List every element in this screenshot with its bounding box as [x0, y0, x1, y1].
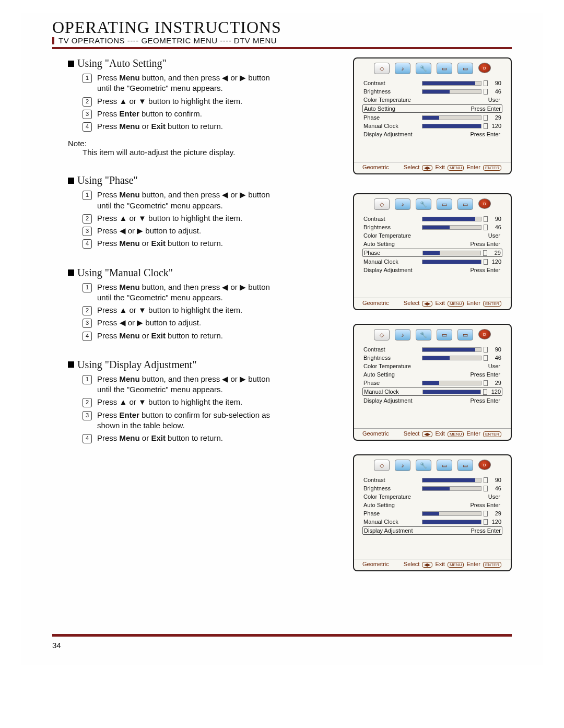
osd-row-value: User — [422, 97, 500, 103]
osd-row-label: Phase — [363, 510, 422, 516]
step-list: 1Press Menu button, and then press ◀ or … — [83, 190, 276, 249]
bullet-square-icon — [68, 361, 74, 368]
osd-bar — [422, 478, 481, 483]
osd-body: Contrast90Brightness46Color TemperatureU… — [354, 345, 511, 428]
osd-bar-wrap: 29 — [422, 114, 501, 121]
osd-tab: ▭ — [457, 63, 473, 74]
osd-bar-wrap: 120 — [422, 519, 501, 525]
step-text: Press Menu button, and then press ◀ or ▶… — [97, 374, 276, 395]
header: OPERATING INSTRUCTIONS TV OPERATIONS ---… — [52, 18, 512, 45]
footer-rule — [52, 634, 512, 637]
page-number: 34 — [52, 641, 543, 650]
osd-bar-wrap: 90 — [422, 346, 501, 353]
breadcrumb: TV OPERATIONS ---- GEOMETRIC MENU ---- D… — [58, 36, 277, 45]
osd-bar-handle — [484, 355, 488, 361]
osd-row-value: User — [422, 232, 500, 239]
osd-footer: GeometricSelect ◀▶ Exit MENU Enter ENTER — [354, 428, 511, 440]
osd-row: Auto SettingPress Enter — [362, 371, 502, 378]
osd-tabs: ◇♪🔧▭▭D — [354, 58, 511, 78]
osd-row-label: Brightness — [363, 355, 422, 361]
osd-footer-hints: Select ◀▶ Exit MENU Enter ENTER — [404, 430, 502, 437]
step-number: 1 — [83, 375, 92, 384]
osd-bar-handle — [484, 347, 488, 353]
osd-row: Manual Clock120 — [362, 122, 502, 130]
section-title: Using "Phase" — [77, 174, 138, 186]
note-block: Note:This item will auto-adjust the pict… — [68, 139, 266, 157]
osd-row-label: Brightness — [363, 88, 422, 95]
osd-row-value: Press Enter — [422, 241, 500, 247]
step-item: 3Press Enter button to confirm for sub-s… — [83, 410, 276, 431]
step-item: 4Press Menu or Exit button to return. — [83, 121, 276, 132]
step-item: 2Press ▲ or ▼ button to highlight the it… — [83, 397, 276, 407]
osd-tab: ▭ — [457, 198, 473, 210]
osd-row-value: 90 — [490, 346, 501, 353]
osd-row: Manual Clock120 — [362, 518, 502, 525]
step-number: 1 — [83, 74, 92, 83]
dtv-badge-icon: D — [478, 198, 491, 209]
osd-row-label: Auto Setting — [364, 105, 422, 112]
osd-tab: ▭ — [457, 329, 473, 340]
osd-bar-handle — [483, 250, 487, 256]
osd-row-value: Press Enter — [422, 131, 500, 137]
osd-bar — [422, 520, 481, 524]
osd-bar-wrap: 90 — [422, 477, 501, 483]
osd-bar-handle — [484, 89, 488, 95]
step-item: 2Press ▲ or ▼ button to highlight the it… — [83, 96, 276, 107]
osd-row-label: Display Adjustment — [364, 527, 422, 534]
osd-row: Display AdjustmentPress Enter — [362, 526, 502, 535]
osd-row-label: Display Adjustment — [363, 267, 422, 273]
step-number: 4 — [83, 239, 92, 249]
osd-row-label: Auto Setting — [363, 241, 422, 247]
osd-bar-wrap: 120 — [422, 123, 501, 129]
osd-row: Contrast90 — [362, 346, 502, 353]
osd-tab: 🔧 — [416, 63, 431, 74]
osd-bar-wrap: 120 — [422, 259, 501, 265]
osd-row-label: Color Temperature — [363, 494, 422, 500]
osd-footer-hints: Select ◀▶ Exit MENU Enter ENTER — [404, 300, 502, 306]
osd-row-value: 46 — [490, 485, 501, 491]
step-text: Press ▲ or ▼ button to highlight the ite… — [97, 397, 242, 407]
osd-tab: ▭ — [437, 63, 452, 74]
content: Using "Auto Setting"1Press Menu button, … — [68, 57, 512, 621]
osd-row: Auto SettingPress Enter — [362, 501, 502, 509]
osd-bar-wrap: 90 — [422, 216, 501, 222]
osd-row-label: Brightness — [363, 485, 422, 491]
osd-tab: ▭ — [437, 460, 452, 471]
step-item: 4Press Menu or Exit button to return. — [83, 433, 276, 443]
osd-row-value: Press Enter — [422, 105, 501, 112]
osd-row-label: Auto Setting — [363, 371, 422, 378]
step-number: 1 — [83, 191, 92, 200]
osd-row-label: Contrast — [363, 346, 422, 353]
osd-row: Manual Clock120 — [362, 388, 502, 396]
osd-bar-wrap: 120 — [422, 389, 501, 395]
step-number: 1 — [83, 283, 92, 292]
osd-row-value: 90 — [490, 477, 501, 483]
step-text: Press ◀ or ▶ button to adjust. — [97, 226, 201, 236]
osd-row-value: Press Enter — [422, 502, 500, 508]
osd-row: Display AdjustmentPress Enter — [362, 266, 502, 274]
step-number: 2 — [83, 306, 92, 315]
osd-row: Color TemperatureUser — [362, 362, 502, 370]
osd-bar-handle — [484, 380, 488, 386]
osd-tab: ♪ — [395, 460, 410, 471]
step-number: 4 — [83, 434, 92, 443]
osd-bar-wrap: 46 — [422, 88, 501, 95]
step-item: 4Press Menu or Exit button to return. — [83, 238, 276, 249]
osd-row-label: Auto Setting — [363, 502, 422, 508]
osd-row-value: User — [422, 494, 500, 500]
osd-row-value: 29 — [490, 510, 501, 516]
osd-row-label: Manual Clock — [363, 519, 422, 525]
step-list: 1Press Menu button, and then press ◀ or … — [83, 374, 276, 444]
osd-row: Color TemperatureUser — [362, 96, 502, 103]
osd-tab: 🔧 — [416, 198, 431, 210]
note-label: Note: — [68, 139, 266, 148]
osd-row-label: Brightness — [363, 224, 422, 230]
osd-tab: ◇ — [374, 329, 390, 340]
osd-bar — [422, 390, 481, 394]
section-heading: Using "Phase" — [68, 174, 512, 186]
osd-bar-handle — [484, 486, 488, 491]
osd-bar-handle — [484, 511, 488, 516]
dtv-badge-icon: D — [478, 63, 491, 73]
osd-bar — [422, 251, 481, 255]
osd-footer: GeometricSelect ◀▶ Exit MENU Enter ENTER — [354, 298, 511, 309]
